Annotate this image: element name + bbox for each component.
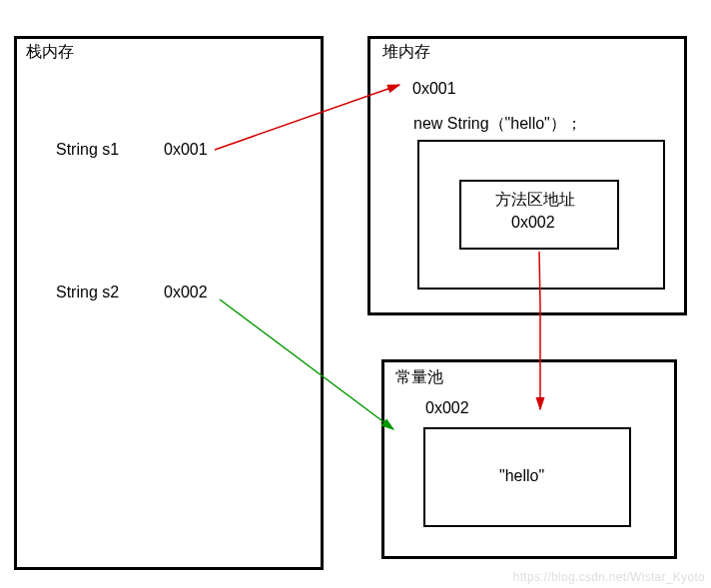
pool-title: 常量池 — [395, 367, 443, 388]
s1-addr: 0x001 — [164, 141, 208, 159]
s2-addr: 0x002 — [164, 284, 208, 301]
stack-box — [14, 36, 324, 570]
s1-label: String s1 — [56, 141, 119, 159]
heap-title: 堆内存 — [382, 42, 430, 63]
heap-new-expr: new String（"hello"）； — [413, 114, 582, 135]
heap-inner-label: 方法区地址 — [495, 190, 575, 211]
heap-addr: 0x001 — [412, 80, 456, 98]
heap-inner-addr: 0x002 — [511, 214, 555, 232]
watermark: https://blog.csdn.net/Wistar_Kyoto — [513, 570, 705, 584]
stack-title: 栈内存 — [26, 42, 74, 63]
s2-label: String s2 — [56, 284, 119, 301]
pool-value: "hello" — [499, 467, 544, 485]
pool-addr: 0x002 — [425, 399, 469, 417]
